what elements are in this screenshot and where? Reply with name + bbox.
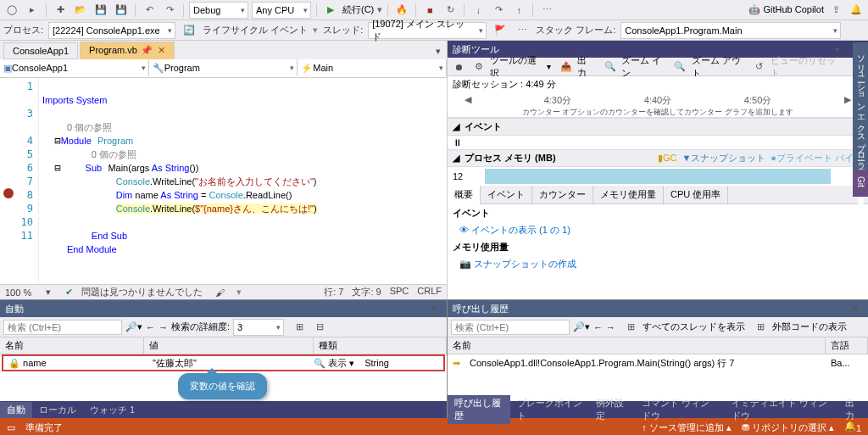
var-view[interactable]: 表示: [328, 358, 347, 368]
src-control-button[interactable]: ↑ ソース管理に追加 ▴: [642, 421, 732, 434]
flag-icon[interactable]: 🚩: [492, 22, 509, 39]
tab-summary[interactable]: 概要: [448, 186, 481, 204]
nav-type-combo[interactable]: 🔧 Program: [149, 59, 298, 76]
bell-icon[interactable]: 🔔1: [844, 421, 861, 433]
btab-callstack[interactable]: 呼び出し履歴: [448, 395, 510, 424]
record-icon[interactable]: ⏺: [451, 59, 467, 75]
zoomout-icon[interactable]: 🔍: [672, 59, 688, 75]
hdr-value[interactable]: 値: [144, 337, 314, 354]
autos-search-input[interactable]: [3, 320, 122, 335]
gear-icon[interactable]: ⚙: [470, 59, 487, 75]
tab-events[interactable]: イベント: [481, 186, 532, 204]
thread-combo[interactable]: [19072] メイン スレッド: [368, 22, 487, 39]
callstack-search-input[interactable]: [451, 320, 570, 335]
notify-icon[interactable]: 🔔: [848, 2, 865, 19]
back-icon[interactable]: ◯: [3, 2, 20, 19]
new-icon[interactable]: ✚: [52, 2, 69, 19]
open-icon[interactable]: 📂: [72, 2, 89, 19]
output-button[interactable]: 出力: [577, 54, 595, 80]
save-icon[interactable]: 💾: [92, 2, 109, 19]
continue-icon[interactable]: ▶: [322, 2, 339, 19]
tool-icon[interactable]: ⋯: [538, 2, 555, 19]
threads-icon[interactable]: ⋯: [514, 22, 531, 39]
btab-breakpoints[interactable]: ブレークポイント: [510, 395, 589, 424]
pin-icon[interactable]: 📌: [141, 45, 153, 55]
reset-view-button[interactable]: ビューのリセット: [771, 54, 842, 80]
tab-overflow-icon[interactable]: ▾: [430, 42, 447, 59]
snapshot-link[interactable]: 📷 スナップショットの作成: [448, 256, 868, 272]
save-all-icon[interactable]: 💾: [113, 2, 130, 19]
hdr-name[interactable]: 名前: [0, 337, 144, 354]
nav-member-combo[interactable]: ⚡ Main: [298, 59, 447, 76]
btab-command[interactable]: コマンド ウィンドウ: [635, 395, 724, 424]
cs-next-icon[interactable]: →: [606, 322, 615, 332]
redo-icon[interactable]: ↷: [161, 2, 178, 19]
tab-consoleapp1[interactable]: ConsoleApp1: [3, 42, 78, 59]
zoom-dropdown-icon[interactable]: ▾: [40, 284, 57, 301]
close-tab-icon[interactable]: ✕: [158, 45, 165, 55]
variable-row[interactable]: 🔒 name "佐藤太郎" 🔍 表示 ▾ String: [2, 354, 445, 371]
hdr-type[interactable]: 種類: [314, 337, 447, 354]
tree-icon[interactable]: ⊟: [311, 319, 328, 336]
btab-immediate[interactable]: イミディエイト ウィンドウ: [725, 395, 838, 424]
git-changes-tab[interactable]: Git 変更: [853, 170, 868, 197]
crlf-indicator[interactable]: CRLF: [417, 286, 442, 298]
lifecycle-icon[interactable]: 🔄: [181, 22, 198, 39]
btab-output[interactable]: 出力: [838, 395, 868, 424]
stop-icon[interactable]: ■: [421, 2, 438, 19]
breakpoint-icon[interactable]: [3, 188, 14, 198]
callstack-row[interactable]: ➡ ConsoleApp1.dll!ConsoleApp1.Program.Ma…: [448, 354, 868, 371]
cols-icon[interactable]: ⊞: [291, 319, 308, 336]
space-indicator[interactable]: SPC: [390, 286, 409, 298]
platform-combo[interactable]: Any CPU: [252, 2, 311, 19]
show-events-link[interactable]: 👁 イベントの表示 (1 の 1): [448, 222, 868, 238]
process-combo[interactable]: [22224] ConsoleApp1.exe: [48, 22, 175, 39]
repo-button[interactable]: ⛃ リポジトリの選択 ▴: [742, 421, 834, 434]
brush-icon[interactable]: 🖌: [211, 284, 228, 301]
hot-reload-icon[interactable]: 🔥: [393, 2, 410, 19]
zoomin-icon[interactable]: 🔍: [602, 59, 618, 75]
config-combo[interactable]: Debug: [189, 2, 248, 19]
events-header[interactable]: ◢ イベント: [448, 118, 868, 136]
cs-hdr-name[interactable]: 名前: [448, 337, 826, 354]
tab-counter[interactable]: カウンター: [532, 186, 593, 204]
timeline[interactable]: ◀4:30分4:40分4:50分▶ カウンター オプションのカウンターを確認して…: [448, 92, 868, 118]
solution-explorer-tab[interactable]: ソリューション エクスプローラー: [853, 42, 868, 172]
nav-project-combo[interactable]: ▣ ConsoleApp1: [0, 59, 149, 76]
threads-view-icon[interactable]: ⊞: [622, 319, 639, 336]
next-icon[interactable]: →: [159, 322, 168, 332]
zoomout-button[interactable]: ズーム アウト: [692, 54, 748, 80]
restart-icon[interactable]: ↻: [442, 2, 459, 19]
cs-hdr-lang[interactable]: 言語: [826, 337, 868, 354]
step-into-icon[interactable]: ↓: [470, 2, 487, 19]
tab-memory[interactable]: メモリ使用量: [593, 186, 664, 204]
stack-combo[interactable]: ConsoleApp1.Program.Main: [620, 22, 841, 39]
step-out-icon[interactable]: ↑: [510, 2, 527, 19]
btab-watch1[interactable]: ウォッチ 1: [83, 402, 142, 418]
ext-code-button[interactable]: 外部コードの表示: [772, 321, 847, 333]
code-editor[interactable]: 134567891011 Imports System 0 個の参照 ⊟Modu…: [0, 78, 447, 284]
zoom-value[interactable]: 100 %: [5, 287, 31, 298]
autos-close-icon[interactable]: ✕: [425, 300, 442, 317]
continue-button[interactable]: 続行(C): [342, 3, 374, 16]
btab-autos[interactable]: 自動: [0, 402, 32, 418]
tab-cpu[interactable]: CPU 使用率: [664, 186, 728, 204]
cs-prev-icon[interactable]: ←: [593, 322, 603, 332]
undo-icon[interactable]: ↶: [141, 2, 158, 19]
memory-chart[interactable]: [485, 169, 831, 184]
memory-header[interactable]: ◢ プロセス メモリ (MB) ▮GC ▼スナップショット ●プライベート バイ…: [448, 149, 868, 167]
prev-icon[interactable]: ←: [146, 322, 155, 332]
tab-program-vb[interactable]: Program.vb📌✕: [80, 42, 175, 59]
btab-locals[interactable]: ローカル: [32, 402, 83, 418]
callstack-close-icon[interactable]: ✕: [846, 300, 863, 317]
all-threads-button[interactable]: すべてのスレッドを表示: [643, 321, 745, 333]
search-icon[interactable]: 🔎▾: [125, 321, 142, 332]
cs-search-icon[interactable]: 🔎▾: [573, 321, 590, 332]
step-over-icon[interactable]: ↷: [490, 2, 507, 19]
copilot-button[interactable]: 🤖 GitHub Copilot: [748, 4, 824, 15]
ext-code-icon[interactable]: ⊞: [752, 319, 769, 336]
output-icon[interactable]: 📤: [558, 59, 574, 75]
depth-combo[interactable]: 3: [233, 319, 284, 336]
btab-exceptions[interactable]: 例外設定: [589, 395, 636, 424]
tool-select-button[interactable]: ツールの選択: [490, 54, 543, 80]
